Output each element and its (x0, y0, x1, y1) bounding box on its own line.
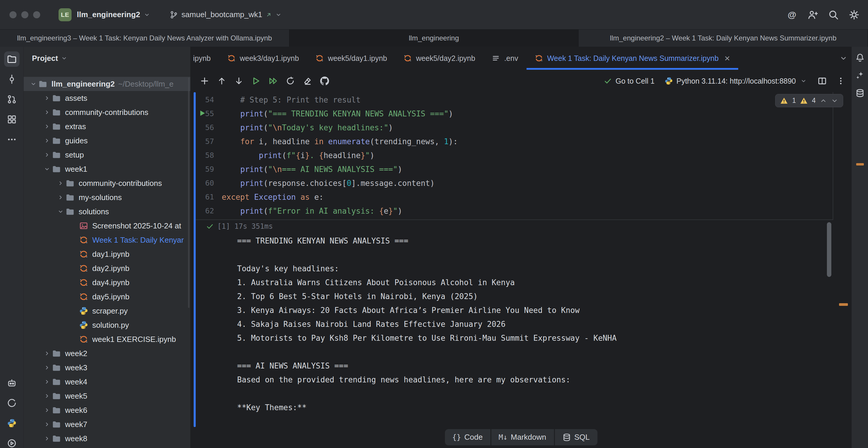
tool-stripe-services[interactable] (4, 436, 20, 448)
tool-stripe-more-tools[interactable] (4, 132, 20, 147)
tree-item[interactable]: community-contributions (24, 176, 190, 190)
chevron-expanded-icon[interactable] (28, 81, 38, 87)
tool-stripe-commit[interactable] (4, 71, 20, 87)
chevron-collapsed-icon[interactable] (42, 379, 52, 385)
window-tab[interactable]: llm_engineering3 – Week 1 Task: Kenyan D… (0, 30, 289, 47)
chevron-collapsed-icon[interactable] (42, 421, 52, 427)
code-line[interactable]: 60 print(response.choices[0].message.con… (196, 176, 833, 190)
project-panel-header[interactable]: Project (24, 47, 190, 70)
tool-stripe-structure[interactable] (4, 112, 20, 127)
tree-item[interactable]: week5 (24, 389, 190, 403)
search-icon[interactable] (828, 10, 838, 20)
tree-item[interactable]: week1 (24, 162, 190, 176)
tree-item[interactable]: week2 (24, 346, 190, 360)
chevron-collapsed-icon[interactable] (42, 407, 52, 413)
tree-item[interactable]: week8 (24, 431, 190, 446)
tree-item[interactable] (24, 446, 190, 448)
cell-type-sql-button[interactable]: SQL (555, 429, 597, 445)
tool-stripe-project[interactable] (4, 52, 20, 67)
settings-gear-icon[interactable] (849, 10, 859, 20)
tab-list-chevron-icon[interactable] (840, 54, 847, 62)
run-cell-gutter-icon[interactable] (198, 109, 206, 117)
code-line[interactable]: 59 print("\n=== AI NEWS ANALYSIS ===") (196, 162, 833, 176)
run-cell-button[interactable] (249, 73, 264, 88)
close-tab-icon[interactable]: × (724, 54, 730, 63)
code-line[interactable]: 54 # Step 5: Print the result (196, 93, 833, 107)
tool-stripe-learn[interactable] (4, 395, 20, 411)
code-line[interactable]: 58 print(f"{i}. {headline}") (196, 148, 833, 162)
tree-item[interactable]: guides (24, 134, 190, 148)
cell-type-code-button[interactable]: {}Code (445, 429, 490, 445)
chevron-collapsed-icon[interactable] (42, 137, 52, 144)
interpreter-selector[interactable]: Python 3.11.14: http://localhost:8890 (664, 77, 808, 86)
tree-item[interactable]: community-contributions (24, 105, 190, 119)
tool-stripe-database[interactable] (853, 86, 867, 100)
tool-stripe-pull-requests[interactable] (4, 92, 20, 107)
editor-tab[interactable]: week5/day1.ipynb (307, 47, 395, 70)
project-switcher[interactable]: llm_engineering2 (77, 10, 150, 19)
tool-stripe-ai-chat[interactable] (853, 69, 867, 82)
goto-cell-button[interactable]: Go to Cell 1 (604, 77, 655, 86)
editor-tab[interactable]: ipynb (191, 47, 219, 70)
tool-stripe-ai-assistant[interactable] (4, 375, 20, 391)
mention-icon[interactable]: @ (787, 10, 797, 20)
window-tab[interactable]: llm_engineering (289, 30, 579, 47)
code-line[interactable]: 57 for i, headline in enumerate(trending… (196, 134, 833, 148)
chevron-collapsed-icon[interactable] (42, 152, 52, 158)
split-editor-icon[interactable] (818, 76, 827, 86)
add-user-icon[interactable] (808, 10, 818, 20)
code-line[interactable]: 56 print("\nToday's key headlines:") (196, 121, 833, 134)
editor-tab[interactable]: Week 1 Task: Daily Kenyan News Summarize… (527, 47, 739, 70)
code-line[interactable]: 55 print("=== TRENDING KENYAN NEWS ANALY… (196, 107, 833, 121)
tree-item[interactable]: llm_engineering2 ~/Desktop/llm_e (24, 77, 190, 91)
close-window-button[interactable] (9, 11, 17, 18)
chevron-collapsed-icon[interactable] (42, 123, 52, 130)
output-scrollbar[interactable] (827, 222, 831, 277)
next-problem-icon[interactable] (831, 97, 838, 104)
previous-problem-icon[interactable] (820, 97, 827, 104)
window-tab[interactable]: llm_engineering2 – Week 1 Task: Daily Ke… (579, 30, 868, 47)
tree-item[interactable]: assets (24, 91, 190, 105)
chevron-collapsed-icon[interactable] (42, 393, 52, 399)
more-options-icon[interactable] (837, 77, 845, 85)
branch-switcher[interactable]: samuel_bootcamp_wk1 (170, 10, 282, 19)
chevron-expanded-icon[interactable] (42, 166, 52, 172)
tree-item[interactable]: day1.ipynb (24, 247, 190, 261)
add-cell-button[interactable] (197, 73, 212, 88)
minimize-window-button[interactable] (21, 11, 28, 18)
chevron-collapsed-icon[interactable] (56, 194, 66, 201)
tree-item[interactable]: week6 (24, 403, 190, 417)
tree-item[interactable]: week3 (24, 360, 190, 375)
tree-item[interactable]: extras (24, 119, 190, 134)
tree-item[interactable]: day4.ipynb (24, 276, 190, 290)
clear-outputs-button[interactable] (300, 73, 315, 88)
tree-item[interactable]: my-solutions (24, 190, 190, 204)
tool-stripe-python-packages[interactable] (4, 415, 20, 431)
editor-tab[interactable]: .env (484, 47, 526, 70)
chevron-collapsed-icon[interactable] (42, 364, 52, 371)
move-cell-down-button[interactable] (231, 73, 246, 88)
tree-item[interactable]: Week 1 Task: Daily Kenyar (24, 233, 190, 247)
tree-item[interactable]: day2.ipynb (24, 261, 190, 276)
inspections-widget[interactable]: 1 4 (775, 94, 843, 107)
project-tree-scrollbar[interactable] (188, 77, 189, 308)
tree-item[interactable]: scraper.py (24, 304, 190, 318)
chevron-collapsed-icon[interactable] (42, 350, 52, 357)
code-cell-editor[interactable]: 54 # Step 5: Print the result 55 print("… (196, 93, 833, 218)
editor-tab[interactable]: week3/day1.ipynb (219, 47, 307, 70)
tree-item[interactable]: week7 (24, 417, 190, 431)
chevron-expanded-icon[interactable] (56, 209, 66, 215)
code-line[interactable]: 61 except Exception as e: (196, 190, 833, 204)
run-all-cells-button[interactable] (266, 73, 281, 88)
chevron-collapsed-icon[interactable] (42, 435, 52, 442)
tree-item[interactable]: week1 EXERCISE.ipynb (24, 332, 190, 346)
move-cell-up-button[interactable] (214, 73, 229, 88)
tree-item[interactable]: Screenshot 2025-10-24 at (24, 219, 190, 233)
chevron-collapsed-icon[interactable] (42, 95, 52, 101)
cell-type-markdown-button[interactable]: M↓Markdown (491, 429, 554, 445)
editor-tab[interactable]: week5/day2.ipynb (395, 47, 484, 70)
tree-item[interactable]: day5.ipynb (24, 290, 190, 304)
tree-item[interactable]: solution.py (24, 318, 190, 332)
tree-item[interactable]: setup (24, 148, 190, 162)
github-button[interactable] (317, 73, 332, 88)
